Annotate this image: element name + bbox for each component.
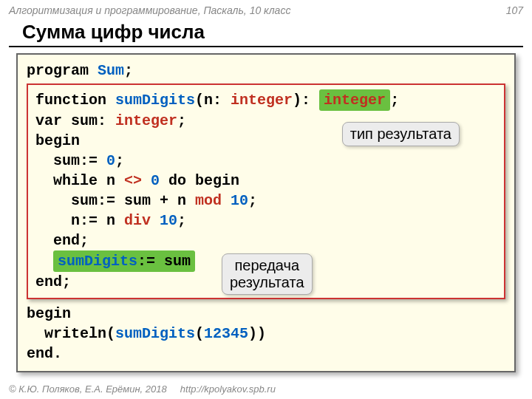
semi: ; [177,212,186,229]
sp [151,212,160,229]
keyword-function: function [35,92,106,109]
semi: ; [390,92,399,109]
code-line: begin [27,304,505,324]
result-assign-highlight: sumDigits:= sum [53,250,195,272]
assign-rhs: := sum [137,253,191,270]
callout-text: тип результата [350,126,451,142]
keyword-var: var [35,112,62,129]
callout-result-passing: передача результата [222,253,313,295]
type-integer: integer [115,112,177,129]
paren: ): [293,92,319,109]
number: 0 [106,152,115,169]
code-line: function sumDigits(n: integer): integer; [35,89,497,111]
assign: sum:= sum + n [35,192,195,209]
semi: ; [177,112,186,129]
semi: ; [124,62,133,79]
paren: (n: [195,92,231,109]
end: end. [27,345,62,362]
end: end; [35,273,71,290]
end: end; [35,232,89,249]
code-line: while n <> 0 do begin [35,171,497,191]
semi: ; [248,192,257,209]
type-integer: integer [231,92,293,109]
number: 10 [231,192,248,209]
number: 0 [151,172,160,189]
var-decl: sum: [62,112,115,129]
title-underline [9,46,523,47]
header: Алгоритмизация и программирование, Паска… [9,4,523,16]
course-name: Алгоритмизация и программирование, Паска… [9,4,290,16]
semi: ; [115,152,124,169]
function-name: sumDigits [115,92,195,109]
paren: )) [248,325,266,342]
operator-div: div [124,212,151,229]
callout-return-type: тип результата [342,122,460,146]
copyright: © К.Ю. Поляков, Е.А. Ерёмин, 2018 [9,383,167,395]
operator-ne: <> [124,172,142,189]
assign: sum:= [35,152,106,169]
sp [222,192,231,209]
return-type-highlight: integer [319,89,390,111]
number: 12345 [204,325,248,342]
callout-text: результата [230,274,304,290]
assign: n:= n [35,212,124,229]
writeln: writeln( [27,325,115,342]
footer: © К.Ю. Поляков, Е.А. Ерёмин, 2018 http:/… [9,383,276,395]
keyword-program: program [27,62,89,79]
do-begin: do begin [160,172,239,189]
code-line: writeln(sumDigits(12345)) [27,324,505,344]
function-call: sumDigits [115,325,195,342]
function-block: function sumDigits(n: integer): integer;… [27,83,505,299]
page-title: Сумма цифр числа [22,21,205,44]
code-line: sum:= sum + n mod 10; [35,191,497,211]
keyword-begin: begin [35,132,80,149]
sp [142,172,151,189]
code-block: program Sum; function sumDigits(n: integ… [16,53,516,372]
while: while n [35,172,124,189]
footer-url: http://kpolyakov.spb.ru [180,383,276,395]
code-line: end. [27,344,505,364]
callout-text: передача [234,257,299,273]
code-line: sum:= 0; [35,151,497,171]
code-line: end; [35,231,497,250]
number: 10 [160,212,177,229]
paren: ( [195,325,204,342]
operator-mod: mod [195,192,222,209]
function-name: sumDigits [58,253,137,270]
page-number: 107 [506,4,523,16]
code-line: program Sum; [27,61,505,81]
program-name: Sum [98,62,124,79]
code-line: n:= n div 10; [35,211,497,231]
keyword-begin: begin [27,305,71,322]
